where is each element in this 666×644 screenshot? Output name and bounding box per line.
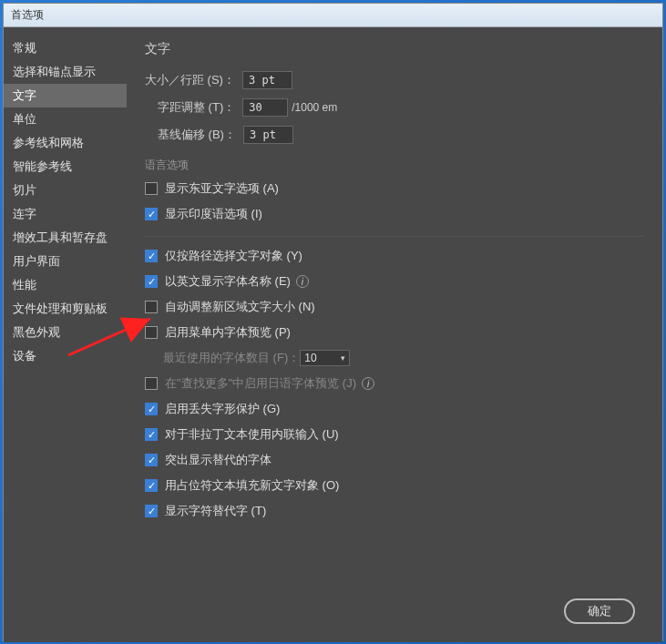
sidebar-item-ui[interactable]: 用户界面 — [4, 250, 127, 273]
cb-label-glyph-protect: 启用丢失字形保护 (G) — [165, 401, 280, 417]
chevron-down-icon: ▾ — [341, 353, 345, 363]
sidebar-item-devices[interactable]: 设备 — [4, 344, 127, 368]
window-title: 首选项 — [11, 8, 44, 21]
cb-label-indic: 显示印度语选项 (I) — [165, 206, 262, 222]
sidebar-item-selection[interactable]: 选择和锚点显示 — [4, 60, 127, 84]
language-section-title: 语言选项 — [145, 158, 644, 173]
sidebar-item-units[interactable]: 单位 — [4, 107, 127, 131]
tracking-row: 字距调整 (T)： 30 /1000 em — [145, 98, 644, 117]
cb-row-glyph-protect: 启用丢失字形保护 (G) — [145, 401, 644, 417]
checkbox-east-asian[interactable] — [145, 182, 158, 195]
content-area: 常规 选择和锚点显示 文字 单位 参考线和网格 智能参考线 切片 连字 增效工具… — [4, 27, 662, 642]
sidebar-item-general[interactable]: 常规 — [4, 36, 127, 60]
cb-label-english-fonts: 以英文显示字体名称 (E) — [165, 273, 291, 290]
cb-row-inline-input: 对于非拉丁文本使用内联输入 (U) — [145, 426, 644, 443]
cb-label-jp-preview: 在"查找更多"中启用日语字体预览 (J) — [165, 375, 356, 392]
sidebar-item-file-clipboard[interactable]: 文件处理和剪贴板 — [4, 297, 127, 321]
checkbox-menu-preview[interactable] — [145, 326, 158, 339]
cb-row-jp-preview: 在"查找更多"中启用日语字体预览 (J) i — [145, 375, 644, 392]
checkbox-highlight-alt[interactable] — [145, 454, 158, 466]
sidebar-item-plugins[interactable]: 增效工具和暂存盘 — [4, 226, 127, 250]
window-titlebar: 首选项 — [4, 4, 662, 27]
button-row: 确定 — [564, 598, 635, 624]
checkbox-indic[interactable] — [145, 208, 158, 220]
cb-row-auto-size: 自动调整新区域文字大小 (N) — [145, 299, 644, 315]
sidebar-item-type[interactable]: 文字 — [4, 84, 127, 107]
cb-label-path-select: 仅按路径选择文字对象 (Y) — [165, 248, 302, 264]
cb-row-placeholder-fill: 用占位符文本填充新文字对象 (O) — [145, 477, 644, 494]
tracking-unit: /1000 em — [292, 101, 337, 114]
baseline-label: 基线偏移 (B)： — [158, 127, 236, 143]
checkbox-glyph-protect[interactable] — [145, 403, 158, 415]
cb-row-show-alt-glyphs: 显示字符替代字 (T) — [145, 503, 644, 519]
cb-label-east-asian: 显示东亚文字选项 (A) — [165, 180, 279, 197]
recent-fonts-select[interactable]: 10 ▾ — [300, 350, 350, 366]
checkbox-inline-input[interactable] — [145, 428, 158, 441]
cb-label-show-alt-glyphs: 显示字符替代字 (T) — [165, 503, 266, 519]
cb-label-placeholder-fill: 用占位符文本填充新文字对象 (O) — [165, 477, 339, 494]
preferences-window: 首选项 常规 选择和锚点显示 文字 单位 参考线和网格 智能参考线 切片 连字 … — [3, 3, 663, 641]
sidebar-item-slices[interactable]: 切片 — [4, 179, 127, 202]
checkbox-jp-preview[interactable] — [145, 377, 158, 390]
tracking-label: 字距调整 (T)： — [158, 99, 235, 116]
cb-row-highlight-alt: 突出显示替代的字体 — [145, 452, 644, 468]
info-icon[interactable]: i — [362, 377, 374, 390]
sidebar: 常规 选择和锚点显示 文字 单位 参考线和网格 智能参考线 切片 连字 增效工具… — [4, 27, 127, 642]
cb-label-menu-preview: 启用菜单内字体预览 (P) — [165, 324, 291, 341]
baseline-input[interactable]: 3 pt — [243, 126, 293, 144]
size-row: 大小／行距 (S)： 3 pt — [145, 71, 644, 89]
cb-row-menu-preview: 启用菜单内字体预览 (P) — [145, 324, 644, 341]
main-panel: 文字 大小／行距 (S)： 3 pt 字距调整 (T)： 30 /1000 em… — [127, 27, 662, 642]
size-input[interactable]: 3 pt — [242, 71, 292, 89]
checkbox-placeholder-fill[interactable] — [145, 479, 158, 492]
checkbox-english-fonts[interactable] — [145, 275, 158, 288]
cb-label-auto-size: 自动调整新区域文字大小 (N) — [165, 299, 315, 315]
separator — [145, 236, 644, 237]
checkbox-show-alt-glyphs[interactable] — [145, 505, 158, 517]
language-section: 语言选项 显示东亚文字选项 (A) 显示印度语选项 (I) — [145, 158, 644, 222]
cb-row-english-fonts: 以英文显示字体名称 (E) i — [145, 273, 644, 290]
cb-row-path-select: 仅按路径选择文字对象 (Y) — [145, 248, 644, 264]
baseline-row: 基线偏移 (B)： 3 pt — [145, 126, 644, 144]
checkbox-auto-size[interactable] — [145, 301, 158, 313]
sidebar-item-black[interactable]: 黑色外观 — [4, 321, 127, 344]
recent-fonts-value: 10 — [304, 352, 316, 364]
checkbox-path-select[interactable] — [145, 250, 158, 262]
sidebar-item-smart-guides[interactable]: 智能参考线 — [4, 155, 127, 179]
info-icon[interactable]: i — [296, 275, 309, 288]
cb-row-east-asian: 显示东亚文字选项 (A) — [145, 180, 644, 197]
ok-button[interactable]: 确定 — [564, 598, 635, 624]
recent-fonts-row: 最近使用的字体数目 (F)： 10 ▾ — [145, 350, 644, 366]
size-label: 大小／行距 (S)： — [145, 72, 235, 88]
sidebar-item-guides[interactable]: 参考线和网格 — [4, 131, 127, 155]
cb-label-inline-input: 对于非拉丁文本使用内联输入 (U) — [165, 426, 339, 443]
tracking-input[interactable]: 30 — [242, 98, 288, 117]
panel-title: 文字 — [145, 41, 644, 57]
sidebar-item-performance[interactable]: 性能 — [4, 273, 127, 297]
cb-label-highlight-alt: 突出显示替代的字体 — [165, 452, 272, 468]
sidebar-item-hyphen[interactable]: 连字 — [4, 202, 127, 226]
cb-row-indic: 显示印度语选项 (I) — [145, 206, 644, 222]
recent-fonts-label: 最近使用的字体数目 (F)： — [163, 350, 300, 366]
